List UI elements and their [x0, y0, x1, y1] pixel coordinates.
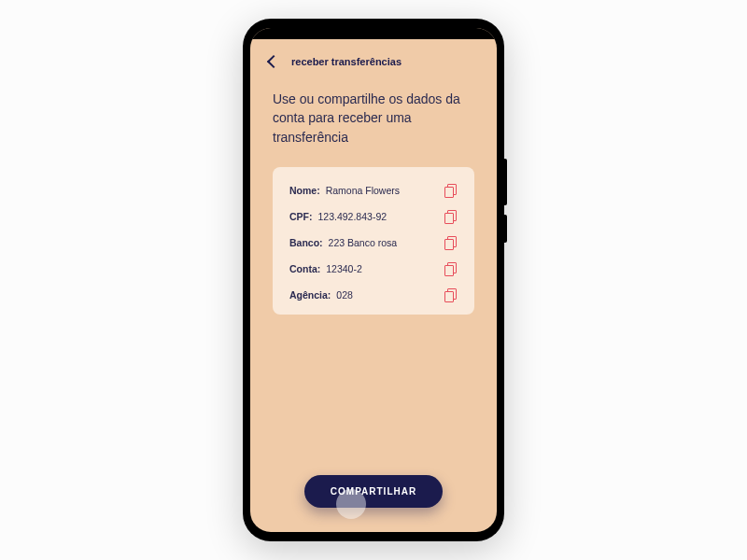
account-details-card: Nome: Ramona Flowers CPF: 123.492.843-92… [273, 167, 474, 315]
copy-icon[interactable] [444, 288, 458, 301]
header: receber transferências [250, 39, 497, 77]
back-icon[interactable] [267, 55, 280, 68]
copy-icon[interactable] [444, 210, 458, 223]
row-value: 12340-2 [326, 263, 444, 274]
nav-bar [250, 525, 497, 532]
page-title: receber transferências [291, 56, 402, 67]
row-agencia: Agência: 028 [289, 288, 458, 301]
row-value: Ramona Flowers [326, 185, 444, 196]
row-label: Conta: [289, 263, 320, 274]
copy-icon[interactable] [444, 236, 458, 249]
phone-power-button [504, 159, 507, 205]
share-button[interactable]: COMPARTILHAR [304, 475, 443, 508]
row-conta: Conta: 12340-2 [289, 262, 458, 275]
row-label: Agência: [289, 289, 331, 301]
status-bar [250, 28, 497, 39]
phone-frame: receber transferências Use ou compartilh… [243, 19, 504, 541]
row-value: 028 [336, 289, 444, 301]
row-value: 223 Banco rosa [329, 237, 444, 248]
row-cpf: CPF: 123.492.843-92 [289, 210, 458, 223]
copy-icon[interactable] [444, 262, 458, 275]
row-label: Nome: [289, 185, 320, 196]
row-banco: Banco: 223 Banco rosa [289, 236, 458, 249]
phone-screen: receber transferências Use ou compartilh… [250, 28, 497, 532]
content: Use ou compartilhe os dados da conta par… [250, 77, 497, 525]
instruction-text: Use ou compartilhe os dados da conta par… [273, 90, 474, 147]
row-label: CPF: [289, 211, 313, 222]
row-value: 123.492.843-92 [318, 211, 445, 222]
footer: COMPARTILHAR [273, 475, 474, 525]
copy-icon[interactable] [444, 184, 458, 197]
row-nome: Nome: Ramona Flowers [289, 184, 458, 197]
phone-volume-button [504, 215, 507, 243]
row-label: Banco: [289, 237, 323, 248]
